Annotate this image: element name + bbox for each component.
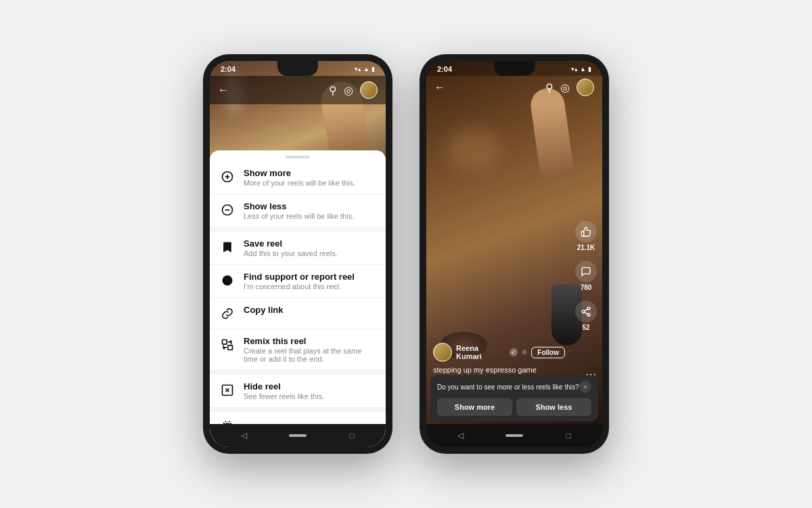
remix-icon	[219, 337, 235, 353]
svg-line-18	[585, 309, 588, 311]
like-icon	[575, 221, 597, 242]
wifi-icon-1: ▲	[363, 66, 369, 72]
search-icon-2[interactable]: ⚲	[545, 81, 554, 94]
home-nav-btn-1[interactable]	[289, 427, 307, 444]
top-nav-right-1: ⚲ ◎	[329, 81, 378, 99]
share-count: 52	[582, 324, 589, 331]
show-more-title: Show more	[244, 168, 376, 178]
alert-circle-icon: !	[219, 272, 235, 289]
reel-actions: 21.1K 780	[575, 221, 597, 331]
bottom-sheet: Show more More of your reels will be lik…	[210, 150, 386, 447]
avatar-2[interactable]	[577, 79, 594, 96]
hide-reel-subtitle: See fewer reels like this.	[244, 392, 376, 400]
link-icon	[219, 305, 235, 322]
home-pill-2	[505, 434, 523, 437]
svg-point-14	[587, 307, 590, 310]
svg-point-16	[587, 314, 590, 316]
remix-text: Remix this reel Create a reel that plays…	[244, 336, 376, 363]
show-more-text: Show more More of your reels will be lik…	[244, 168, 376, 187]
reel-popup-bar: Do you want to see more or less reels li…	[430, 375, 598, 421]
search-icon-1[interactable]: ⚲	[329, 84, 337, 97]
comment-count: 780	[581, 284, 592, 291]
status-icons-1: ▾▴ ▲ ▮	[355, 66, 375, 72]
wifi-icon-2: ▲	[580, 66, 586, 72]
back-nav-btn-1[interactable]: ◁	[235, 427, 252, 444]
home-pill-1	[289, 434, 307, 437]
reel-username: Reena Kumari	[456, 344, 505, 360]
signal-icon-2: ▾▴	[571, 66, 578, 72]
reel-user-avatar	[433, 343, 452, 362]
reel-highlight	[447, 129, 501, 169]
hide-reel-text: Hide reel See fewer reels like this.	[244, 381, 376, 400]
sheet-item-remix[interactable]: Remix this reel Create a reel that plays…	[210, 329, 386, 371]
plus-circle-icon	[219, 169, 235, 185]
avatar-1[interactable]	[360, 81, 378, 99]
status-time-1: 2:04	[221, 65, 235, 73]
popup-buttons: Show more Show less	[437, 398, 591, 416]
sheet-item-show-less[interactable]: Show less Less of your reels will be lik…	[210, 194, 386, 228]
phones-container: 2:04 ▾▴ ▲ ▮ ← ⚲ ◎	[203, 54, 609, 454]
popup-close-button[interactable]: ×	[579, 381, 591, 393]
reel-caption: stepping up my espresso game	[433, 366, 565, 374]
sheet-item-find-support[interactable]: ! Find support or report reel I'm concer…	[210, 265, 386, 298]
phone-1: 2:04 ▾▴ ▲ ▮ ← ⚲ ◎	[203, 54, 392, 454]
camera-icon-1[interactable]: ◎	[344, 84, 353, 97]
like-action[interactable]: 21.1K	[575, 221, 597, 251]
sheet-item-show-more[interactable]: Show more More of your reels will be lik…	[210, 161, 386, 194]
reel-user-row: Reena Kumari ✓ ⚙ Follow	[433, 343, 565, 362]
settings-dot: ⚙	[522, 349, 527, 356]
svg-line-17	[585, 312, 588, 314]
show-more-subtitle: More of your reels will be like this.	[244, 179, 376, 187]
camera-icon-2[interactable]: ◎	[560, 81, 570, 94]
remix-title: Remix this reel	[244, 336, 376, 346]
signal-icon-1: ▾▴	[355, 66, 361, 72]
popup-show-more-button[interactable]: Show more	[437, 398, 512, 416]
svg-rect-8	[228, 345, 233, 350]
top-nav-1: ← ⚲ ◎	[210, 76, 386, 104]
phone-2-screen: 2:04 ▾▴ ▲ ▮ ← ⚲ ◎	[426, 61, 602, 447]
home-nav-btn-2[interactable]	[505, 427, 523, 444]
like-count: 21.1K	[577, 244, 595, 251]
bookmark-icon	[219, 239, 235, 255]
sheet-item-save-reel[interactable]: Save reel Add this to your saved reels.	[210, 232, 386, 265]
show-less-subtitle: Less of your reels will be like this.	[244, 212, 376, 220]
popup-show-less-button[interactable]: Show less	[516, 398, 591, 416]
recent-nav-btn-2[interactable]: □	[560, 427, 577, 444]
recent-nav-btn-1[interactable]: □	[343, 427, 361, 444]
back-button-2[interactable]: ←	[434, 81, 445, 93]
remix-subtitle: Create a reel that plays at the same tim…	[244, 347, 376, 363]
phone-1-screen: 2:04 ▾▴ ▲ ▮ ← ⚲ ◎	[210, 61, 386, 447]
find-support-subtitle: I'm concerned about this reel.	[244, 282, 376, 291]
sheet-item-copy-link[interactable]: Copy link	[210, 298, 386, 329]
verified-icon: ✓	[510, 348, 518, 356]
reel-content: 2:04 ▾▴ ▲ ▮ ← ⚲ ◎	[426, 61, 602, 447]
status-icons-2: ▾▴ ▲ ▮	[571, 66, 591, 72]
copy-link-title: Copy link	[244, 305, 376, 315]
svg-rect-7	[223, 340, 227, 345]
top-nav-2: ← ⚲ ◎	[426, 75, 602, 100]
status-time-2: 2:04	[437, 65, 452, 73]
status-bar-1: 2:04 ▾▴ ▲ ▮	[210, 61, 386, 76]
android-nav-1: ◁ □	[210, 424, 386, 447]
sheet-handle	[286, 156, 310, 158]
follow-button[interactable]: Follow	[531, 347, 565, 358]
hide-reel-title: Hide reel	[244, 381, 376, 391]
android-nav-2: ◁ □	[426, 424, 602, 447]
share-action[interactable]: 52	[575, 301, 597, 331]
show-less-title: Show less	[244, 201, 376, 211]
top-nav-left-1: ←	[218, 84, 229, 96]
save-reel-text: Save reel Add this to your saved reels.	[244, 238, 376, 257]
minus-circle-icon	[219, 202, 235, 218]
x-square-icon	[219, 382, 235, 398]
back-nav-btn-2[interactable]: ◁	[451, 427, 469, 444]
find-support-text: Find support or report reel I'm concerne…	[244, 272, 376, 291]
popup-question: Do you want to see more or less reels li…	[437, 383, 579, 391]
show-less-text: Show less Less of your reels will be lik…	[244, 201, 376, 220]
save-reel-subtitle: Add this to your saved reels.	[244, 249, 376, 257]
save-reel-title: Save reel	[244, 238, 376, 249]
comment-action[interactable]: 780	[575, 261, 597, 291]
back-button-1[interactable]: ←	[218, 84, 229, 96]
status-bar-2: 2:04 ▾▴ ▲ ▮	[426, 61, 602, 76]
share-icon	[575, 301, 597, 322]
sheet-item-hide-reel[interactable]: Hide reel See fewer reels like this.	[210, 375, 386, 408]
